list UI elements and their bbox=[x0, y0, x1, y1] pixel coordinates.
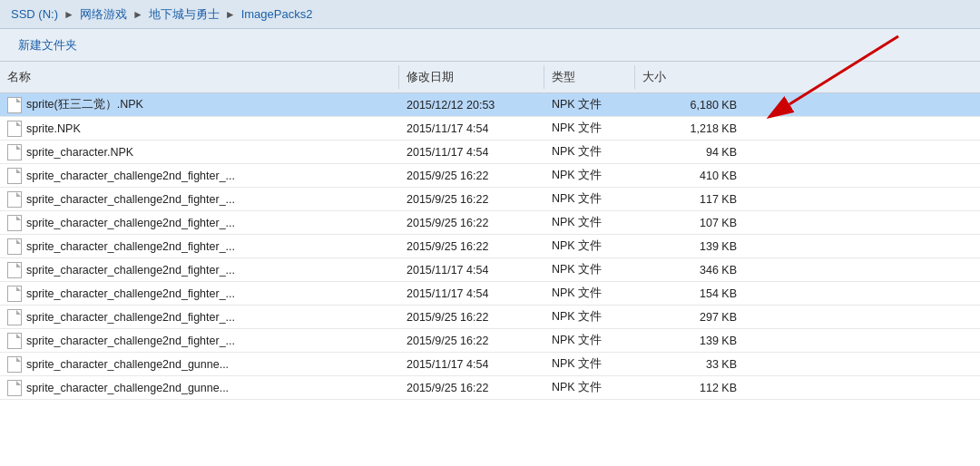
file-name-cell: sprite_character_challenge2nd_fighter_..… bbox=[0, 284, 399, 304]
file-icon bbox=[7, 380, 22, 396]
file-type: NPK 文件 bbox=[544, 378, 635, 397]
breadcrumb-item-ssd[interactable]: SSD (N:) bbox=[11, 7, 58, 21]
breadcrumb-item-imagepacks[interactable]: ImagePacks2 bbox=[241, 7, 313, 21]
file-name-cell: sprite(狂三二觉）.NPK bbox=[0, 95, 399, 115]
file-name-cell: sprite_character_challenge2nd_fighter_..… bbox=[0, 189, 399, 209]
file-type: NPK 文件 bbox=[544, 307, 635, 326]
file-icon bbox=[7, 121, 22, 137]
breadcrumb-sep-1: ► bbox=[64, 8, 74, 21]
file-icon bbox=[7, 309, 22, 325]
table-row[interactable]: sprite_character_challenge2nd_fighter_..… bbox=[0, 306, 980, 329]
file-type: NPK 文件 bbox=[544, 166, 635, 185]
col-modified: 修改日期 bbox=[399, 65, 544, 89]
file-modified: 2015/11/17 4:54 bbox=[399, 121, 544, 137]
file-name-cell: sprite_character_challenge2nd_fighter_..… bbox=[0, 307, 399, 327]
file-modified: 2015/9/25 16:22 bbox=[399, 215, 544, 231]
file-name-cell: sprite_character_challenge2nd_fighter_..… bbox=[0, 166, 399, 186]
file-icon bbox=[7, 215, 22, 231]
file-icon bbox=[7, 144, 22, 160]
table-row[interactable]: sprite_character_challenge2nd_gunne...20… bbox=[0, 353, 980, 376]
file-icon bbox=[7, 168, 22, 184]
column-headers: 名称 修改日期 类型 大小 bbox=[0, 62, 980, 93]
file-size: 154 KB bbox=[635, 286, 744, 302]
file-name-text: sprite_character_challenge2nd_fighter_..… bbox=[26, 170, 235, 182]
breadcrumb: SSD (N:) ► 网络游戏 ► 地下城与勇士 ► ImagePacks2 bbox=[0, 0, 980, 29]
new-folder-button[interactable]: 新建文件夹 bbox=[13, 35, 83, 55]
file-icon bbox=[7, 286, 22, 302]
file-size: 410 KB bbox=[635, 168, 744, 184]
file-name-cell: sprite_character_challenge2nd_fighter_..… bbox=[0, 331, 399, 351]
file-size: 139 KB bbox=[635, 333, 744, 349]
file-icon bbox=[7, 333, 22, 349]
file-name-text: sprite_character_challenge2nd_fighter_..… bbox=[26, 287, 235, 300]
file-rows: sprite(狂三二觉）.NPK2015/12/12 20:53NPK 文件6,… bbox=[0, 93, 980, 400]
file-modified: 2015/9/25 16:22 bbox=[399, 238, 544, 255]
file-name-cell: sprite_character_challenge2nd_fighter_..… bbox=[0, 260, 399, 280]
file-icon bbox=[7, 356, 22, 373]
file-size: 346 KB bbox=[635, 262, 744, 278]
file-type: NPK 文件 bbox=[544, 237, 635, 256]
breadcrumb-item-games[interactable]: 网络游戏 bbox=[80, 6, 127, 23]
breadcrumb-item-dnf[interactable]: 地下城与勇士 bbox=[149, 6, 220, 23]
file-name-cell: sprite_character_challenge2nd_gunne... bbox=[0, 354, 399, 374]
col-name: 名称 bbox=[0, 65, 399, 89]
file-icon bbox=[7, 238, 22, 255]
table-row[interactable]: sprite_character_challenge2nd_fighter_..… bbox=[0, 258, 980, 282]
file-icon bbox=[7, 97, 22, 113]
file-type: NPK 文件 bbox=[544, 95, 635, 114]
file-type: NPK 文件 bbox=[544, 284, 635, 303]
table-row[interactable]: sprite_character_challenge2nd_fighter_..… bbox=[0, 235, 980, 258]
file-name-text: sprite_character_challenge2nd_fighter_..… bbox=[26, 311, 235, 324]
file-modified: 2015/11/17 4:54 bbox=[399, 144, 544, 160]
file-name-text: sprite_character_challenge2nd_gunne... bbox=[26, 358, 229, 371]
table-row[interactable]: sprite_character_challenge2nd_fighter_..… bbox=[0, 188, 980, 211]
file-type: NPK 文件 bbox=[544, 119, 635, 138]
file-name-text: sprite_character_challenge2nd_fighter_..… bbox=[26, 264, 235, 277]
file-size: 94 KB bbox=[635, 144, 744, 160]
file-modified: 2015/9/25 16:22 bbox=[399, 309, 544, 325]
table-row[interactable]: sprite.NPK2015/11/17 4:54NPK 文件1,218 KB bbox=[0, 117, 980, 141]
file-name-cell: sprite_character_challenge2nd_fighter_..… bbox=[0, 213, 399, 233]
file-size: 1,218 KB bbox=[635, 121, 744, 137]
file-modified: 2015/11/17 4:54 bbox=[399, 286, 544, 302]
col-type: 类型 bbox=[544, 65, 635, 89]
file-type: NPK 文件 bbox=[544, 331, 635, 350]
col-size: 大小 bbox=[635, 65, 744, 89]
file-name-text: sprite_character_challenge2nd_fighter_..… bbox=[26, 193, 235, 206]
file-size: 33 KB bbox=[635, 356, 744, 373]
file-list-container[interactable]: 名称 修改日期 类型 大小 sprite(狂三二觉）.NPK2015/12/12… bbox=[0, 62, 980, 466]
file-name-text: sprite_character_challenge2nd_fighter_..… bbox=[26, 335, 235, 347]
file-name-text: sprite_character_challenge2nd_fighter_..… bbox=[26, 217, 235, 229]
table-row[interactable]: sprite_character_challenge2nd_fighter_..… bbox=[0, 329, 980, 353]
table-row[interactable]: sprite_character_challenge2nd_fighter_..… bbox=[0, 164, 980, 188]
file-type: NPK 文件 bbox=[544, 142, 635, 161]
file-modified: 2015/9/25 16:22 bbox=[399, 168, 544, 184]
file-name-text: sprite_character.NPK bbox=[26, 146, 133, 159]
table-row[interactable]: sprite(狂三二觉）.NPK2015/12/12 20:53NPK 文件6,… bbox=[0, 93, 980, 117]
table-row[interactable]: sprite_character_challenge2nd_gunne...20… bbox=[0, 376, 980, 400]
file-modified: 2015/11/17 4:54 bbox=[399, 356, 544, 373]
file-type: NPK 文件 bbox=[544, 260, 635, 279]
file-name-cell: sprite.NPK bbox=[0, 119, 399, 139]
file-icon bbox=[7, 191, 22, 208]
file-size: 112 KB bbox=[635, 380, 744, 396]
file-size: 139 KB bbox=[635, 238, 744, 255]
file-size: 117 KB bbox=[635, 191, 744, 208]
file-size: 6,180 KB bbox=[635, 97, 744, 113]
file-modified: 2015/11/17 4:54 bbox=[399, 262, 544, 278]
file-name-cell: sprite_character_challenge2nd_fighter_..… bbox=[0, 237, 399, 257]
toolbar: 新建文件夹 bbox=[0, 29, 980, 62]
file-type: NPK 文件 bbox=[544, 213, 635, 232]
file-name-text: sprite.NPK bbox=[26, 122, 81, 135]
table-row[interactable]: sprite_character_challenge2nd_fighter_..… bbox=[0, 282, 980, 306]
file-type: NPK 文件 bbox=[544, 354, 635, 374]
file-modified: 2015/9/25 16:22 bbox=[399, 333, 544, 349]
file-modified: 2015/9/25 16:22 bbox=[399, 380, 544, 396]
file-modified: 2015/12/12 20:53 bbox=[399, 97, 544, 113]
file-name-text: sprite(狂三二觉）.NPK bbox=[26, 97, 143, 112]
table-row[interactable]: sprite_character.NPK2015/11/17 4:54NPK 文… bbox=[0, 141, 980, 164]
file-icon bbox=[7, 262, 22, 278]
breadcrumb-sep-2: ► bbox=[132, 8, 143, 21]
table-row[interactable]: sprite_character_challenge2nd_fighter_..… bbox=[0, 211, 980, 235]
breadcrumb-sep-3: ► bbox=[225, 8, 236, 21]
